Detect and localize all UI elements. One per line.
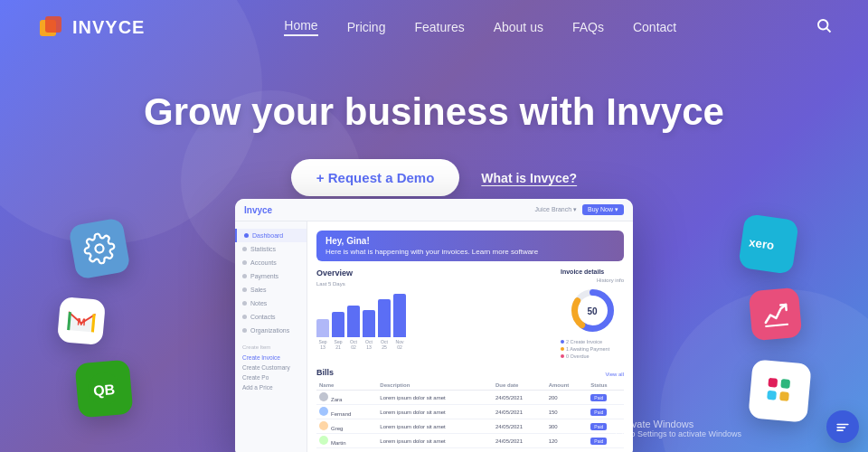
what-is-invyce-button[interactable]: What is Invyce? [481, 171, 577, 185]
bill-avatar [319, 421, 328, 430]
overview-title: Overview [316, 268, 553, 278]
svg-rect-15 [768, 377, 778, 387]
sidebar-item-dashboard[interactable]: Dashboard [235, 229, 307, 242]
sidebar-label: Create Invoice [242, 354, 280, 361]
view-all-bills[interactable]: View all [605, 372, 624, 377]
sidebar-item-accounts[interactable]: Accounts [235, 256, 307, 269]
quickbooks-float-icon: QB [74, 359, 133, 418]
bill-due: 24/05/2021 [493, 405, 546, 419]
sidebar-dot [242, 260, 247, 265]
invoice-link[interactable]: History info [561, 278, 624, 283]
sidebar-item-organizations[interactable]: Organizations [235, 324, 307, 337]
sidebar-label: Accounts [250, 259, 277, 266]
sidebar-section-label: Create Item [242, 344, 299, 350]
bill-row: Greg Lorem ipsum dolor sit amet 24/05/20… [316, 419, 624, 434]
overview-left: Overview Last 5 Days Sep 13 Sep 21 [316, 268, 553, 361]
nav-pricing[interactable]: Pricing [347, 20, 386, 34]
chart-label-6: Nov 02 [393, 339, 406, 350]
hero-section: Grow your business with Invyce + Request… [0, 54, 868, 196]
bill-row: Fernand Lorem ipsum dolor sit amet 24/05… [316, 405, 624, 419]
sidebar-label: Sales [250, 287, 267, 293]
logo[interactable]: INVYCE [36, 13, 145, 42]
donut-value: 50 [587, 306, 597, 315]
svg-text:M: M [77, 316, 86, 328]
bar-4 [363, 310, 375, 337]
sidebar-create-invoice[interactable]: Create Invoice [242, 353, 299, 363]
bar-1 [316, 319, 329, 337]
sidebar-label: Create Customary [242, 364, 290, 371]
search-icon[interactable] [816, 17, 832, 38]
sidebar-section-create: Create Item Create Invoice Create Custom… [235, 341, 307, 396]
sidebar-dot [242, 274, 247, 278]
bill-due: 24/05/2021 [493, 391, 546, 405]
xero-float-icon: xero [738, 213, 799, 275]
bar-3 [347, 306, 360, 337]
svg-rect-16 [767, 390, 777, 400]
sidebar-dot [242, 315, 247, 319]
svg-point-2 [818, 20, 828, 30]
windows-notice-line2: Go to Settings to activate Windows [615, 429, 741, 438]
stat-dot-pink [561, 354, 564, 358]
sidebar-create-po[interactable]: Create Po [242, 372, 299, 382]
welcome-subtitle: Here is what is happening with your invo… [326, 248, 615, 256]
bill-desc: Lorem ipsum dolor sit amet [377, 434, 493, 448]
donut-chart: 50 [568, 286, 618, 335]
stat-label-1: 2 Create Invoice [566, 339, 602, 344]
sidebar-label: Create Po [242, 374, 269, 381]
dash-sidebar: Dashboard Statistics Accounts Payments S… [235, 221, 307, 452]
request-demo-button[interactable]: + Request a Demo [291, 159, 459, 196]
bar-6 [393, 294, 406, 337]
bills-table: Name Description Due date Amount Status … [316, 381, 624, 448]
bill-desc: Lorem ipsum dolor sit amet [377, 419, 493, 434]
chat-float-icon[interactable] [826, 410, 859, 443]
sidebar-item-contacts[interactable]: Contacts [235, 310, 307, 324]
nav-features[interactable]: Features [414, 20, 464, 34]
col-desc: Description [377, 381, 493, 391]
overview-section: Overview Last 5 Days Sep 13 Sep 21 [316, 268, 624, 361]
sidebar-item-statistics[interactable]: Statistics [235, 242, 307, 256]
col-amount: Amount [546, 381, 589, 391]
stat-dot-orange [561, 347, 564, 351]
stat-row-3: 0 Overdue [561, 353, 624, 359]
dash-branch: Juice Branch ▾ [535, 206, 577, 213]
status-badge: Paid [590, 438, 607, 445]
bills-title: Bills [316, 368, 334, 377]
hero-title: Grow your business with Invyce [0, 90, 868, 134]
sidebar-add-price[interactable]: Add a Price [242, 382, 299, 392]
col-due: Due date [493, 381, 546, 391]
bill-desc: Lorem ipsum dolor sit amet [377, 391, 493, 405]
dash-body: Dashboard Statistics Accounts Payments S… [235, 221, 633, 452]
status-badge: Paid [590, 409, 607, 416]
invoice-stats: 2 Create Invoice 1 Awaiting Payment 0 Ov… [561, 339, 624, 359]
gmail-float-icon: M [57, 297, 106, 345]
dash-buy-button[interactable]: Buy Now ▾ [582, 204, 624, 215]
chart-label-4: Oct 13 [363, 339, 375, 350]
sidebar-item-notes[interactable]: Notes [235, 297, 307, 310]
slack-float-icon [748, 359, 811, 422]
stat-label-3: 0 Overdue [566, 353, 590, 359]
bill-name: Fernand [316, 405, 377, 419]
sidebar-dot [242, 287, 247, 292]
dash-header: Invyce Juice Branch ▾ Buy Now ▾ [235, 199, 633, 221]
logo-icon [36, 13, 65, 42]
bill-avatar [319, 392, 328, 401]
nav-about[interactable]: About us [494, 20, 543, 34]
bill-amount: 300 [546, 419, 589, 434]
svg-rect-17 [780, 379, 790, 389]
nav-home[interactable]: Home [284, 18, 317, 36]
nav-faqs[interactable]: FAQs [572, 20, 604, 34]
sidebar-label: Notes [250, 300, 267, 306]
sidebar-item-payments[interactable]: Payments [235, 269, 307, 283]
bill-name: Greg [316, 419, 377, 434]
sidebar-create-customary[interactable]: Create Customary [242, 363, 299, 372]
bill-avatar [319, 407, 328, 416]
col-name: Name [316, 381, 377, 391]
bill-name: Zara [316, 391, 377, 405]
chart-label-2: Sep 21 [332, 339, 344, 350]
bar-chart [316, 292, 553, 337]
nav-contact[interactable]: Contact [633, 20, 676, 34]
navbar: INVYCE Home Pricing Features About us FA… [0, 0, 868, 54]
bill-desc: Lorem ipsum dolor sit amet [377, 405, 493, 419]
windows-notice-line1: Activate Windows [615, 419, 741, 429]
sidebar-item-sales[interactable]: Sales [235, 283, 307, 297]
